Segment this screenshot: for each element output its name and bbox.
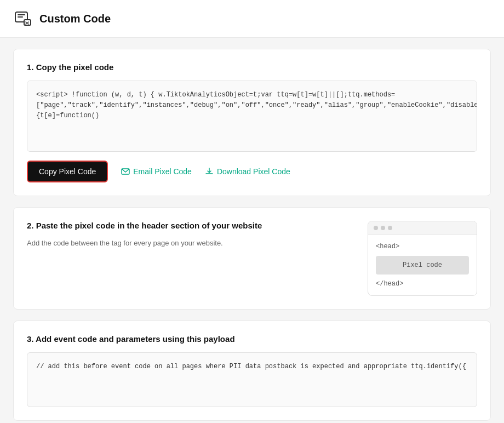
code-text: <script> !function (w, d, t) { w.TiktokA…	[36, 91, 477, 119]
email-pixel-code-link[interactable]: Email Pixel Code	[121, 167, 192, 176]
step1-title: 1. Copy the pixel code	[27, 62, 477, 72]
dot3	[388, 226, 392, 230]
step2-text: 2. Paste the pixel code in the header se…	[27, 221, 357, 247]
step3-title: 3. Add event code and parameters using t…	[27, 334, 477, 344]
dot1	[374, 226, 378, 230]
preview-dots	[368, 221, 477, 235]
email-link-label: Email Pixel Code	[133, 167, 192, 176]
step2-card: 2. Paste the pixel code in the header se…	[13, 207, 491, 310]
step3-code-text: // add this before event code on all pag…	[36, 363, 466, 370]
download-link-label: Download Pixel Code	[217, 167, 290, 176]
page-header: Custom Code	[0, 0, 504, 38]
code-actions: Copy Pixel Code Email Pixel Code Downloa…	[27, 161, 477, 182]
html-preview: <head> Pixel code </head>	[368, 221, 477, 296]
step3-code-display: // add this before event code on all pag…	[27, 352, 477, 407]
step1-card: 1. Copy the pixel code <script> !functio…	[13, 49, 491, 196]
step3-card: 3. Add event code and parameters using t…	[13, 321, 491, 421]
download-icon	[205, 167, 214, 176]
svg-rect-1	[18, 14, 25, 15]
custom-code-icon	[13, 9, 33, 28]
svg-rect-2	[18, 16, 23, 18]
step2-content: 2. Paste the pixel code in the header se…	[27, 221, 477, 296]
copy-pixel-code-button[interactable]: Copy Pixel Code	[27, 161, 108, 182]
preview-body: <head> Pixel code </head>	[368, 235, 477, 295]
dot2	[381, 226, 385, 230]
pixel-code-block: Pixel code	[376, 256, 469, 275]
head-close-tag: </head>	[376, 278, 469, 290]
head-open-tag: <head>	[376, 241, 469, 253]
page-title: Custom Code	[39, 13, 111, 25]
step2-title: 2. Paste the pixel code in the header se…	[27, 221, 357, 230]
email-icon	[121, 167, 130, 176]
step2-description: Add the code between the tag for every p…	[27, 239, 357, 247]
pixel-code-display: <script> !function (w, d, t) { w.TiktokA…	[27, 81, 477, 152]
content-area: 1. Copy the pixel code <script> !functio…	[0, 38, 504, 423]
download-pixel-code-link[interactable]: Download Pixel Code	[205, 167, 290, 176]
